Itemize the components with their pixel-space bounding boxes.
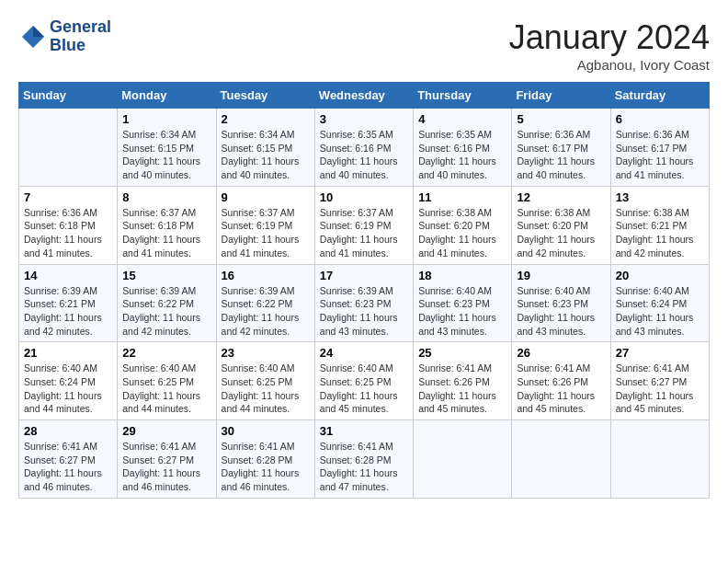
calendar-cell: 3Sunrise: 6:35 AMSunset: 6:16 PMDaylight… [314, 109, 413, 187]
calendar-week-row: 1Sunrise: 6:34 AMSunset: 6:15 PMDaylight… [19, 109, 710, 187]
day-info: Sunrise: 6:39 AMSunset: 6:21 PMDaylight:… [24, 284, 112, 339]
calendar-cell: 9Sunrise: 6:37 AMSunset: 6:19 PMDaylight… [216, 186, 314, 264]
logo: General Blue [18, 18, 111, 55]
day-info: Sunrise: 6:41 AMSunset: 6:27 PMDaylight:… [616, 362, 704, 416]
calendar-cell: 4Sunrise: 6:35 AMSunset: 6:16 PMDaylight… [414, 109, 512, 187]
day-number: 17 [320, 269, 408, 282]
calendar-cell: 12Sunrise: 6:38 AMSunset: 6:20 PMDayligh… [512, 186, 610, 264]
month-title: January 2024 [509, 18, 710, 57]
day-number: 4 [418, 112, 506, 126]
calendar-cell: 28Sunrise: 6:41 AMSunset: 6:27 PMDayligh… [19, 420, 118, 499]
title-block: January 2024 Agbanou, Ivory Coast [509, 18, 710, 73]
day-number: 28 [24, 424, 112, 438]
calendar-body: 1Sunrise: 6:34 AMSunset: 6:15 PMDaylight… [19, 109, 710, 499]
weekday-header: Monday [118, 83, 216, 109]
calendar-cell: 16Sunrise: 6:39 AMSunset: 6:22 PMDayligh… [216, 264, 314, 342]
day-number: 13 [616, 190, 704, 204]
calendar-cell: 7Sunrise: 6:36 AMSunset: 6:18 PMDaylight… [19, 186, 118, 264]
calendar-cell: 20Sunrise: 6:40 AMSunset: 6:24 PMDayligh… [610, 264, 709, 342]
calendar-cell [610, 420, 709, 499]
day-info: Sunrise: 6:41 AMSunset: 6:26 PMDaylight:… [517, 362, 605, 416]
calendar-cell [414, 420, 512, 499]
day-number: 16 [222, 269, 310, 282]
day-info: Sunrise: 6:40 AMSunset: 6:25 PMDaylight:… [122, 362, 210, 416]
day-info: Sunrise: 6:37 AMSunset: 6:19 PMDaylight:… [320, 206, 408, 260]
weekday-header: Tuesday [216, 83, 314, 109]
day-info: Sunrise: 6:41 AMSunset: 6:27 PMDaylight:… [24, 440, 112, 494]
day-info: Sunrise: 6:36 AMSunset: 6:17 PMDaylight:… [517, 128, 605, 182]
calendar-cell: 13Sunrise: 6:38 AMSunset: 6:21 PMDayligh… [610, 186, 709, 264]
calendar-cell: 23Sunrise: 6:40 AMSunset: 6:25 PMDayligh… [216, 342, 314, 420]
weekday-header: Thursday [414, 83, 512, 109]
day-info: Sunrise: 6:40 AMSunset: 6:24 PMDaylight:… [616, 284, 704, 339]
calendar-week-row: 7Sunrise: 6:36 AMSunset: 6:18 PMDaylight… [19, 186, 710, 264]
day-info: Sunrise: 6:41 AMSunset: 6:28 PMDaylight:… [320, 440, 408, 494]
svg-marker-1 [33, 26, 44, 37]
weekday-header-row: SundayMondayTuesdayWednesdayThursdayFrid… [19, 83, 710, 109]
day-number: 14 [24, 269, 112, 282]
day-number: 1 [122, 112, 210, 126]
day-info: Sunrise: 6:35 AMSunset: 6:16 PMDaylight:… [418, 128, 506, 182]
day-info: Sunrise: 6:41 AMSunset: 6:28 PMDaylight:… [222, 440, 310, 494]
calendar-cell: 18Sunrise: 6:40 AMSunset: 6:23 PMDayligh… [414, 264, 512, 342]
day-info: Sunrise: 6:37 AMSunset: 6:19 PMDaylight:… [222, 206, 310, 260]
day-number: 29 [122, 424, 210, 438]
calendar-cell: 15Sunrise: 6:39 AMSunset: 6:22 PMDayligh… [118, 264, 216, 342]
day-number: 7 [24, 190, 112, 204]
calendar-cell: 31Sunrise: 6:41 AMSunset: 6:28 PMDayligh… [314, 420, 413, 499]
calendar-cell: 5Sunrise: 6:36 AMSunset: 6:17 PMDaylight… [512, 109, 610, 187]
day-number: 22 [122, 346, 210, 360]
calendar-cell: 14Sunrise: 6:39 AMSunset: 6:21 PMDayligh… [19, 264, 118, 342]
calendar-cell: 21Sunrise: 6:40 AMSunset: 6:24 PMDayligh… [19, 342, 118, 420]
day-number: 8 [122, 190, 210, 204]
day-number: 25 [418, 346, 506, 360]
calendar-cell: 29Sunrise: 6:41 AMSunset: 6:27 PMDayligh… [118, 420, 216, 499]
day-number: 3 [320, 112, 408, 126]
calendar-cell: 30Sunrise: 6:41 AMSunset: 6:28 PMDayligh… [216, 420, 314, 499]
calendar-cell: 1Sunrise: 6:34 AMSunset: 6:15 PMDaylight… [118, 109, 216, 187]
day-number: 12 [517, 190, 605, 204]
weekday-header: Sunday [19, 83, 118, 109]
day-info: Sunrise: 6:36 AMSunset: 6:17 PMDaylight:… [616, 128, 704, 182]
day-number: 15 [122, 269, 210, 282]
day-number: 19 [517, 269, 605, 282]
calendar-cell: 26Sunrise: 6:41 AMSunset: 6:26 PMDayligh… [512, 342, 610, 420]
day-info: Sunrise: 6:38 AMSunset: 6:20 PMDaylight:… [517, 206, 605, 260]
day-info: Sunrise: 6:38 AMSunset: 6:20 PMDaylight:… [418, 206, 506, 260]
calendar-cell: 10Sunrise: 6:37 AMSunset: 6:19 PMDayligh… [314, 186, 413, 264]
day-info: Sunrise: 6:37 AMSunset: 6:18 PMDaylight:… [122, 206, 210, 260]
calendar-table: SundayMondayTuesdayWednesdayThursdayFrid… [18, 82, 710, 499]
day-number: 18 [418, 269, 506, 282]
calendar-cell: 24Sunrise: 6:40 AMSunset: 6:25 PMDayligh… [314, 342, 413, 420]
day-number: 10 [320, 190, 408, 204]
logo-icon [18, 22, 48, 52]
calendar-cell [19, 109, 118, 187]
day-number: 9 [222, 190, 310, 204]
calendar-cell: 22Sunrise: 6:40 AMSunset: 6:25 PMDayligh… [118, 342, 216, 420]
calendar-week-row: 14Sunrise: 6:39 AMSunset: 6:21 PMDayligh… [19, 264, 710, 342]
calendar-cell: 6Sunrise: 6:36 AMSunset: 6:17 PMDaylight… [610, 109, 709, 187]
day-info: Sunrise: 6:38 AMSunset: 6:21 PMDaylight:… [616, 206, 704, 260]
day-info: Sunrise: 6:39 AMSunset: 6:22 PMDaylight:… [222, 284, 310, 339]
day-info: Sunrise: 6:41 AMSunset: 6:26 PMDaylight:… [418, 362, 506, 416]
day-info: Sunrise: 6:41 AMSunset: 6:27 PMDaylight:… [122, 440, 210, 494]
day-info: Sunrise: 6:39 AMSunset: 6:22 PMDaylight:… [122, 284, 210, 339]
day-number: 24 [320, 346, 408, 360]
location: Agbanou, Ivory Coast [509, 57, 710, 73]
page-header: General Blue January 2024 Agbanou, Ivory… [18, 18, 710, 73]
day-info: Sunrise: 6:40 AMSunset: 6:23 PMDaylight:… [517, 284, 605, 339]
day-number: 20 [616, 269, 704, 282]
day-number: 11 [418, 190, 506, 204]
calendar-cell: 27Sunrise: 6:41 AMSunset: 6:27 PMDayligh… [610, 342, 709, 420]
day-number: 23 [222, 346, 310, 360]
day-number: 26 [517, 346, 605, 360]
day-info: Sunrise: 6:40 AMSunset: 6:24 PMDaylight:… [24, 362, 112, 416]
calendar-cell: 2Sunrise: 6:34 AMSunset: 6:15 PMDaylight… [216, 109, 314, 187]
day-info: Sunrise: 6:40 AMSunset: 6:23 PMDaylight:… [418, 284, 506, 339]
calendar-week-row: 21Sunrise: 6:40 AMSunset: 6:24 PMDayligh… [19, 342, 710, 420]
day-info: Sunrise: 6:39 AMSunset: 6:23 PMDaylight:… [320, 284, 408, 339]
calendar-cell: 8Sunrise: 6:37 AMSunset: 6:18 PMDaylight… [118, 186, 216, 264]
day-info: Sunrise: 6:34 AMSunset: 6:15 PMDaylight:… [222, 128, 310, 182]
calendar-week-row: 28Sunrise: 6:41 AMSunset: 6:27 PMDayligh… [19, 420, 710, 499]
day-number: 21 [24, 346, 112, 360]
